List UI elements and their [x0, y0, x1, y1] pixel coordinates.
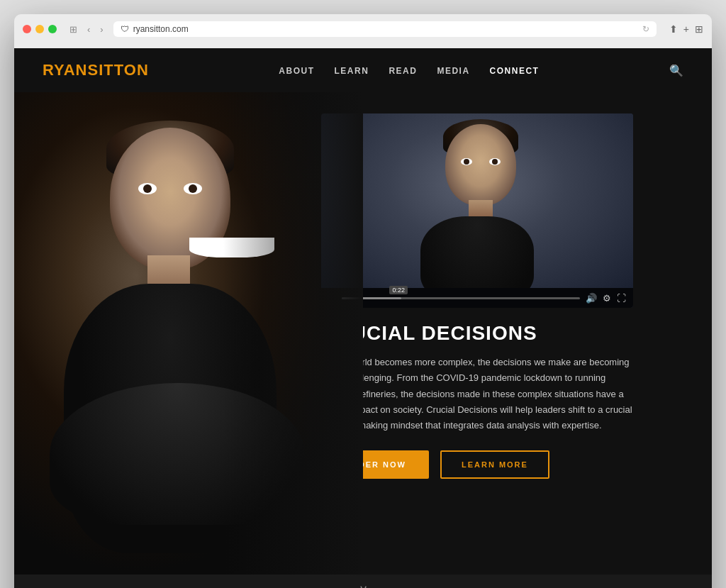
- nav-read[interactable]: READ: [389, 66, 417, 76]
- share-button[interactable]: ⬆: [669, 23, 678, 35]
- crucial-section: CRUCIAL DECISIONS As the world becomes m…: [321, 322, 633, 478]
- maximize-button[interactable]: [48, 25, 57, 33]
- nav-about[interactable]: ABOUT: [279, 66, 314, 76]
- browser-chrome: ⊞ ‹ › 🛡 ryansitton.com ↻ ⬆ + ⊞: [14, 14, 712, 48]
- url-display: ryansitton.com: [133, 24, 189, 34]
- video-thumbnail: [321, 113, 633, 288]
- search-icon[interactable]: 🔍: [669, 64, 683, 77]
- video-player[interactable]: ▶ 0:22 🔊 ⚙ ⛶: [321, 113, 633, 308]
- browser-actions: ⬆ + ⊞: [669, 23, 703, 35]
- hero-section: ▶ 0:22 🔊 ⚙ ⛶ CRUCIAL DECISI: [14, 92, 712, 575]
- nav-media[interactable]: MEDIA: [437, 66, 469, 76]
- traffic-lights: [23, 25, 57, 33]
- progress-bar[interactable]: 0:22: [342, 297, 580, 299]
- logo-ryan: RYAN: [43, 61, 88, 79]
- photo-overlay: [223, 92, 363, 575]
- video-right-controls: 🔊 ⚙ ⛶: [586, 293, 626, 304]
- cta-buttons: ORDER NOW LEARN MORE: [321, 450, 633, 479]
- video-pupil-right: [492, 159, 498, 165]
- video-controls: ▶ 0:22 🔊 ⚙ ⛶: [321, 288, 633, 308]
- eye-right: [184, 183, 202, 194]
- nav-links: ABOUT LEARN READ MEDIA CONNECT: [279, 64, 539, 77]
- security-icon: 🛡: [121, 24, 129, 34]
- learn-more-button[interactable]: LEARN MORE: [440, 450, 549, 479]
- eye-left: [138, 183, 157, 194]
- navigation: RYANSITTON ABOUT LEARN READ MEDIA CONNEC…: [14, 48, 712, 92]
- browser-controls: ⊞ ‹ ›: [67, 23, 106, 36]
- video-body: [420, 216, 534, 288]
- browser-window: ⊞ ‹ › 🛡 ryansitton.com ↻ ⬆ + ⊞ RYANSITTO…: [14, 14, 712, 588]
- video-pupil-left: [464, 159, 469, 165]
- grid-view-button[interactable]: ⊞: [695, 23, 703, 35]
- section-body: As the world becomes more complex, the d…: [321, 355, 633, 433]
- sidebar-toggle-button[interactable]: ⊞: [67, 23, 80, 36]
- close-button[interactable]: [23, 25, 31, 33]
- nav-learn[interactable]: LEARN: [335, 66, 369, 76]
- website-content: RYANSITTON ABOUT LEARN READ MEDIA CONNEC…: [14, 48, 712, 588]
- person-head: [110, 128, 230, 270]
- video-eye-left: [461, 158, 472, 165]
- pupil-left: [143, 184, 152, 193]
- settings-icon[interactable]: ⚙: [603, 293, 611, 304]
- fullscreen-icon[interactable]: ⛶: [617, 293, 626, 304]
- back-button[interactable]: ‹: [84, 23, 93, 36]
- site-logo[interactable]: RYANSITTON: [43, 61, 149, 79]
- hero-content: ▶ 0:22 🔊 ⚙ ⛶ CRUCIAL DECISI: [307, 92, 712, 575]
- forward-button[interactable]: ›: [97, 23, 106, 36]
- volume-icon[interactable]: 🔊: [586, 293, 597, 304]
- video-head: [445, 124, 516, 206]
- video-person: [406, 113, 548, 288]
- timestamp: 0:22: [389, 286, 408, 294]
- pupil-right: [189, 184, 197, 193]
- section-title: CRUCIAL DECISIONS: [321, 322, 633, 345]
- refresh-icon[interactable]: ↻: [642, 24, 649, 34]
- scroll-arrow-icon: ∨: [359, 582, 368, 588]
- logo-sitton: SITTON: [88, 61, 149, 79]
- address-bar[interactable]: 🛡 ryansitton.com ↻: [113, 21, 657, 37]
- minimize-button[interactable]: [35, 25, 44, 33]
- video-eye-right: [489, 158, 501, 165]
- scroll-indicator: ∨: [14, 575, 712, 588]
- hero-photo: [14, 92, 363, 575]
- nav-connect[interactable]: CONNECT: [490, 66, 540, 76]
- new-tab-button[interactable]: +: [683, 23, 689, 35]
